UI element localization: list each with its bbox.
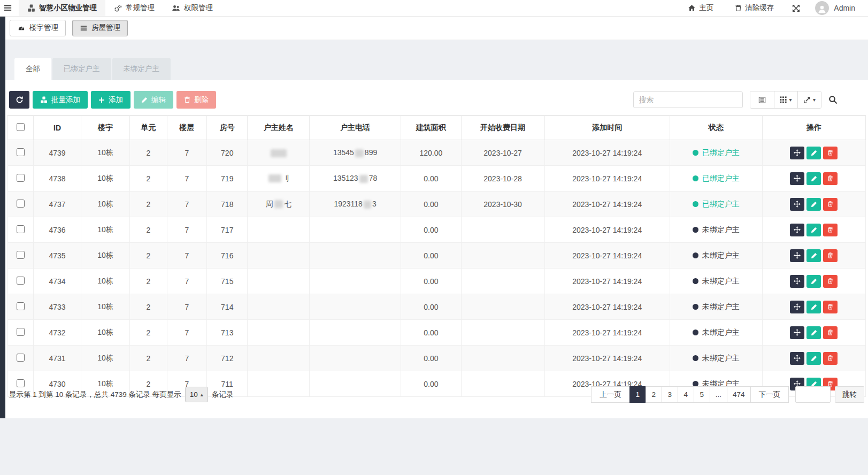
cell-start-date xyxy=(461,269,544,294)
edit-row-button[interactable] xyxy=(806,275,821,288)
page-number-button[interactable]: 1 xyxy=(629,386,646,403)
row-checkbox[interactable] xyxy=(17,200,25,208)
delete-row-button[interactable] xyxy=(823,224,838,236)
edit-button[interactable]: 编辑 xyxy=(134,91,173,109)
cell-id: 4737 xyxy=(34,191,81,217)
columns-toggle-button[interactable]: ▾ xyxy=(774,91,797,108)
export-button[interactable]: ▾ xyxy=(797,91,821,108)
edit-row-button[interactable] xyxy=(806,326,821,339)
view-button-group: ▾ ▾ xyxy=(750,91,821,109)
move-row-button[interactable] xyxy=(790,224,804,236)
row-checkbox[interactable] xyxy=(17,302,25,310)
row-checkbox[interactable] xyxy=(17,328,25,336)
delete-row-button[interactable] xyxy=(823,249,838,262)
tab-all[interactable]: 全部 xyxy=(14,58,51,80)
column-header: ID xyxy=(34,116,81,140)
cell-added-time: 2023-10-27 14:19:24 xyxy=(544,191,670,217)
edit-row-button[interactable] xyxy=(806,249,821,262)
edit-row-button[interactable] xyxy=(806,301,821,313)
cell-actions xyxy=(762,217,865,243)
edit-row-button[interactable] xyxy=(806,352,821,365)
row-checkbox[interactable] xyxy=(17,225,25,233)
house-management-button[interactable]: 房屋管理 xyxy=(72,20,128,36)
collapsed-sidebar[interactable] xyxy=(0,16,5,418)
clear-cache-link[interactable]: 清除缓存 xyxy=(732,3,777,13)
delete-button[interactable]: 删除 xyxy=(176,91,216,109)
batch-add-button[interactable]: 批量添加 xyxy=(33,91,88,109)
delete-row-button[interactable] xyxy=(823,275,838,288)
delete-row-button[interactable] xyxy=(823,198,838,211)
user-menu[interactable]: Admin xyxy=(815,1,855,15)
row-checkbox[interactable] xyxy=(17,174,25,182)
table-row: 473210栋277130.002023-10-27 14:19:24未绑定户主 xyxy=(8,320,866,346)
move-row-button[interactable] xyxy=(790,249,804,262)
move-row-button[interactable] xyxy=(790,301,804,313)
building-management-button[interactable]: 楼宇管理 xyxy=(10,20,66,36)
tab-unbound-owner[interactable]: 未绑定户主 xyxy=(112,58,171,80)
row-checkbox[interactable] xyxy=(17,251,25,259)
cell-added-time: 2023-10-27 14:19:24 xyxy=(544,294,670,320)
page-number-button[interactable]: 474 xyxy=(727,386,751,403)
cell-owner-name xyxy=(248,269,310,294)
cell-start-date xyxy=(461,217,544,243)
nav-permission-management[interactable]: 权限管理 xyxy=(163,0,221,16)
status-dot-icon xyxy=(693,150,698,156)
move-row-button[interactable] xyxy=(790,172,804,185)
row-checkbox[interactable] xyxy=(17,354,25,362)
status-dot-icon xyxy=(693,381,698,387)
home-link[interactable]: 主页 xyxy=(685,3,717,13)
page-ellipsis-button[interactable]: ... xyxy=(710,386,727,403)
prev-page-button[interactable]: 上一页 xyxy=(591,386,630,403)
cell-building: 10栋 xyxy=(81,243,130,269)
delete-row-button[interactable] xyxy=(823,147,838,159)
tab-bound-owner[interactable]: 已绑定户主 xyxy=(52,58,111,80)
next-page-button[interactable]: 下一页 xyxy=(750,386,789,403)
jump-page-input[interactable] xyxy=(795,386,831,403)
edit-row-button[interactable] xyxy=(806,224,821,236)
move-row-button[interactable] xyxy=(790,147,804,159)
redacted-blur xyxy=(271,149,287,157)
cell-floor: 7 xyxy=(167,140,206,166)
search-submit-button[interactable] xyxy=(828,95,838,104)
refresh-button[interactable] xyxy=(9,91,29,109)
edit-row-button[interactable] xyxy=(806,147,821,159)
cell-id: 4731 xyxy=(34,346,81,371)
cell-unit: 2 xyxy=(130,294,167,320)
move-row-button[interactable] xyxy=(790,326,804,339)
menu-toggle-button[interactable] xyxy=(3,3,13,13)
status-dot-icon xyxy=(693,201,698,207)
add-button[interactable]: 添加 xyxy=(91,91,130,109)
cell-building: 10栋 xyxy=(81,166,130,191)
page-number-button[interactable]: 4 xyxy=(678,386,694,403)
status-dot-icon xyxy=(693,252,698,258)
delete-row-button[interactable] xyxy=(823,172,838,185)
page-size-selector[interactable]: 10 ▴ xyxy=(185,387,208,402)
nav-brand[interactable]: 智慧小区物业管理 xyxy=(19,0,105,16)
search-input[interactable] xyxy=(633,91,743,108)
page-number-button[interactable]: 2 xyxy=(646,386,662,403)
trash-icon xyxy=(735,4,742,12)
cell-added-time: 2023-10-27 14:19:24 xyxy=(544,320,670,346)
row-checkbox[interactable] xyxy=(17,277,25,285)
column-header: 房号 xyxy=(207,116,248,140)
fullscreen-button[interactable] xyxy=(792,4,800,12)
page-number-button[interactable]: 3 xyxy=(662,386,678,403)
move-row-button[interactable] xyxy=(790,198,804,211)
nav-general-management[interactable]: 常规管理 xyxy=(105,0,163,16)
status-badge: 未绑定户主 xyxy=(702,302,740,311)
move-row-button[interactable] xyxy=(790,352,804,365)
detail-view-button[interactable] xyxy=(750,91,774,108)
row-checkbox[interactable] xyxy=(17,148,25,156)
jump-button[interactable]: 跳转 xyxy=(835,386,864,403)
edit-row-button[interactable] xyxy=(806,172,821,185)
delete-row-button[interactable] xyxy=(823,301,838,313)
edit-row-button[interactable] xyxy=(806,198,821,211)
delete-row-button[interactable] xyxy=(823,326,838,339)
select-all-checkbox[interactable] xyxy=(17,123,25,131)
page-number-button[interactable]: 5 xyxy=(694,386,710,403)
cell-unit: 2 xyxy=(130,191,167,217)
delete-row-button[interactable] xyxy=(823,352,838,365)
status-dot-icon xyxy=(693,278,698,284)
move-row-button[interactable] xyxy=(790,275,804,288)
cell-status: 未绑定户主 xyxy=(670,346,762,371)
